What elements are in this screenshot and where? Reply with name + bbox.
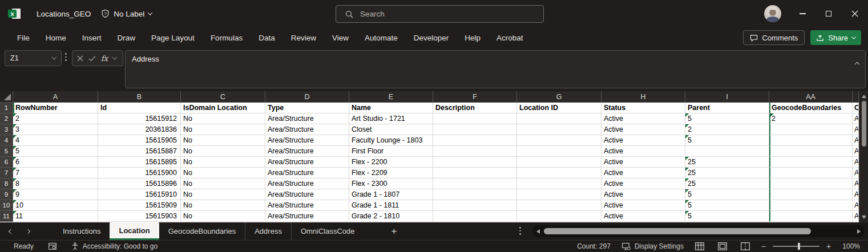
grid-cell[interactable]: 7 xyxy=(13,168,98,178)
grid-cell[interactable]: A xyxy=(853,113,859,124)
header-cell[interactable]: Description xyxy=(433,103,517,113)
grid-cell[interactable]: No xyxy=(181,124,265,135)
grid-cell[interactable] xyxy=(769,178,853,189)
grid-cell[interactable]: Active xyxy=(601,146,685,157)
grid-cell[interactable]: 9 xyxy=(13,189,98,200)
grid-cell[interactable]: 20361836 xyxy=(98,124,181,135)
grid-cell[interactable]: A xyxy=(853,168,859,178)
grid-cell[interactable] xyxy=(433,189,517,200)
grid-cell[interactable] xyxy=(685,146,769,157)
tab-bar-handle[interactable] xyxy=(519,227,521,235)
grid-cell[interactable]: Active xyxy=(601,200,685,211)
column-header-G[interactable]: G xyxy=(517,91,601,103)
grid-cell[interactable] xyxy=(433,211,517,222)
grid-cell[interactable]: 5 xyxy=(685,135,769,146)
grid-cell[interactable]: 6 xyxy=(13,157,98,168)
grid-cell[interactable]: Area/Structure xyxy=(265,211,349,222)
grid-cell[interactable]: 15615903 xyxy=(98,211,181,222)
row-header-8[interactable]: 8 xyxy=(0,178,13,189)
grid-cell[interactable]: Area/Structure xyxy=(265,157,349,168)
close-button[interactable] xyxy=(842,0,868,27)
column-header-D[interactable]: D xyxy=(265,91,349,103)
sensitivity-label-button[interactable]: ? No Label xyxy=(101,9,152,18)
row-header-5[interactable]: 5 xyxy=(0,146,13,157)
ribbon-tab-data[interactable]: Data xyxy=(251,34,283,42)
grid-cell[interactable]: No xyxy=(181,189,265,200)
grid-cell[interactable] xyxy=(433,200,517,211)
column-header-A[interactable]: A xyxy=(13,91,98,103)
excel-app-icon[interactable]: x xyxy=(8,7,21,20)
grid-cell[interactable]: 2 xyxy=(685,124,769,135)
zoom-in-button[interactable]: + xyxy=(826,242,831,251)
row-header-9[interactable]: 9 xyxy=(0,189,13,200)
grid-cell[interactable]: Area/Structure xyxy=(265,146,349,157)
grid-cell[interactable]: 15615900 xyxy=(98,168,181,178)
scroll-left-arrow[interactable] xyxy=(536,229,540,234)
row-header-1[interactable]: 1 xyxy=(0,103,13,113)
grid-cell[interactable]: 15615905 xyxy=(98,135,181,146)
grid-cell[interactable] xyxy=(517,113,601,124)
macro-record-button[interactable] xyxy=(49,243,56,250)
grid-cell[interactable]: 8 xyxy=(13,178,98,189)
ribbon-tab-automate[interactable]: Automate xyxy=(357,34,406,42)
grid-cell[interactable]: No xyxy=(181,113,265,124)
header-cell[interactable]: Location ID xyxy=(517,103,601,113)
grid-cell[interactable]: A xyxy=(853,146,859,157)
search-box[interactable]: Search xyxy=(336,5,544,23)
maximize-button[interactable] xyxy=(815,0,842,27)
grid-cell[interactable]: 4 xyxy=(13,135,98,146)
grid-cell[interactable]: No xyxy=(181,135,265,146)
enter-check-icon[interactable] xyxy=(88,55,96,62)
grid-cell[interactable]: Active xyxy=(601,178,685,189)
grid-cell[interactable]: 15615887 xyxy=(98,146,181,157)
grid-cell[interactable]: A xyxy=(853,124,859,135)
grid-cell[interactable] xyxy=(769,157,853,168)
column-header-AA[interactable]: AA xyxy=(769,91,853,103)
grid-cell[interactable]: Active xyxy=(601,135,685,146)
grid-cell[interactable] xyxy=(433,178,517,189)
header-cell[interactable]: Id xyxy=(98,103,181,113)
grid-cell[interactable]: Art Studio - 1721 xyxy=(349,113,433,124)
sheet-tab-instructions[interactable]: Instructions xyxy=(54,222,110,240)
ribbon-tab-help[interactable]: Help xyxy=(457,34,488,42)
cancel-icon[interactable] xyxy=(77,55,83,62)
select-all-corner[interactable] xyxy=(0,91,13,103)
grid-cell[interactable] xyxy=(433,135,517,146)
grid-cell[interactable]: Area/Structure xyxy=(265,178,349,189)
page-layout-view-button[interactable] xyxy=(718,242,727,250)
ribbon-tab-review[interactable]: Review xyxy=(283,34,324,42)
grid-cell[interactable] xyxy=(517,189,601,200)
grid-cell[interactable]: A xyxy=(853,189,859,200)
grid-cell[interactable]: 11 xyxy=(13,211,98,222)
grid-cell[interactable]: No xyxy=(181,211,265,222)
grid-cell[interactable]: 2 xyxy=(13,113,98,124)
grid-cell[interactable]: Grade 1 - 1807 xyxy=(349,189,433,200)
grid-cell[interactable]: 5 xyxy=(685,200,769,211)
sheet-tab-omniclasscode[interactable]: OmniClassCode xyxy=(291,222,364,240)
grid-cell[interactable]: 5 xyxy=(685,189,769,200)
grid-cell[interactable] xyxy=(433,146,517,157)
zoom-out-button[interactable]: − xyxy=(761,242,766,251)
grid-cell[interactable] xyxy=(433,113,517,124)
grid-cell[interactable]: Area/Structure xyxy=(265,189,349,200)
grid-cell[interactable] xyxy=(769,124,853,135)
grid-cell[interactable] xyxy=(517,157,601,168)
formula-bar-collapse-button[interactable] xyxy=(855,58,859,66)
row-header-7[interactable]: 7 xyxy=(0,168,13,178)
grid-cell[interactable]: Active xyxy=(601,113,685,124)
grid-cell[interactable]: 2 xyxy=(769,113,853,124)
zoom-slider[interactable] xyxy=(773,246,819,247)
grid-cell[interactable] xyxy=(517,200,601,211)
column-header-C[interactable]: C xyxy=(181,91,265,103)
grid-cell[interactable]: Faculty Lounge - 1803 xyxy=(349,135,433,146)
grid-cell[interactable]: Area/Structure xyxy=(265,168,349,178)
grid-cell[interactable]: Active xyxy=(601,211,685,222)
grid-cell[interactable]: 25 xyxy=(685,157,769,168)
user-avatar[interactable] xyxy=(764,5,781,22)
sheet-tab-geocodeboundaries[interactable]: GeocodeBoundaries xyxy=(159,222,245,240)
ribbon-tab-view[interactable]: View xyxy=(324,34,357,42)
grid-cell[interactable]: 25 xyxy=(685,178,769,189)
display-settings-button[interactable]: Display Settings xyxy=(622,242,684,250)
grid-cell[interactable]: Grade 1 - 1811 xyxy=(349,200,433,211)
column-header-clipped[interactable] xyxy=(853,91,859,103)
